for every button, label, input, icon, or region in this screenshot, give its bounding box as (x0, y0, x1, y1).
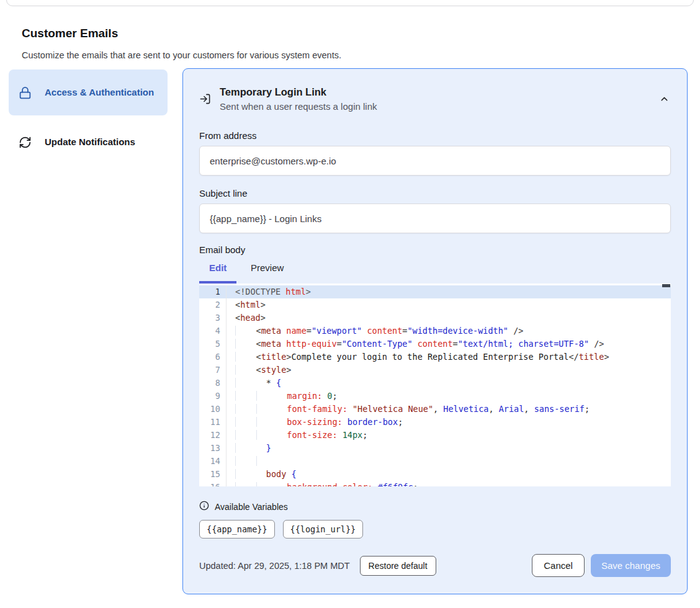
code-line-content: box-sizing: border-box; (227, 416, 403, 429)
tab-preview[interactable]: Preview (251, 262, 284, 273)
sidebar-item-label: Access & Authentication (45, 86, 154, 99)
code-token (277, 417, 287, 427)
line-number: 11 (199, 416, 227, 429)
code-token (256, 456, 277, 466)
code-token: margin: (287, 391, 322, 401)
variable-chip-login-url[interactable]: {{login_url}} (283, 520, 364, 539)
sidebar-item-update-notifications[interactable]: Update Notifications (9, 127, 168, 158)
line-number: 9 (199, 390, 227, 403)
variable-chips: {{app_name}} {{login_url}} (199, 520, 671, 539)
code-line: 13 } (199, 442, 671, 455)
code-token: html (240, 300, 261, 310)
code-line-content: font-size: 14px; (227, 429, 367, 442)
code-line: 5 <meta http-equiv="Content-Type" conten… (199, 338, 671, 351)
line-number: 6 (199, 351, 227, 364)
code-token: , (524, 404, 534, 414)
code-token: > (306, 287, 311, 297)
card-subtitle: Sent when a user requests a login link (220, 99, 377, 114)
code-token: 14px (343, 430, 363, 440)
from-address-label: From address (199, 130, 671, 141)
code-line-content: body { (227, 468, 297, 481)
code-token: , (488, 404, 498, 414)
code-token: < (256, 339, 261, 349)
code-token: #f6f9fc (378, 482, 413, 486)
code-token (235, 365, 256, 375)
code-token: <!DOCTYPE (235, 287, 285, 297)
code-token (235, 378, 256, 388)
code-token (256, 417, 277, 427)
code-line-content: <style> (227, 364, 291, 377)
line-number: 7 (199, 364, 227, 377)
code-line-content: <title>Complete your login to the Replic… (227, 351, 609, 364)
code-token (235, 417, 256, 427)
variable-chip-app-name[interactable]: {{app_name}} (199, 520, 275, 539)
save-changes-button[interactable]: Save changes (591, 554, 671, 577)
code-token: ; (413, 482, 418, 486)
code-token (235, 404, 256, 414)
code-token: < (235, 313, 240, 323)
email-types-sidebar: Access & Authentication Update Notificat… (9, 69, 168, 158)
code-token: "viewport" (312, 326, 362, 336)
collapse-button[interactable] (658, 92, 671, 107)
code-token: , (433, 404, 443, 414)
code-token: "width=device-width" (407, 326, 508, 336)
code-token: "Content-Type" (342, 339, 413, 349)
line-number: 10 (199, 403, 227, 416)
code-token (235, 391, 256, 401)
code-token (413, 339, 418, 349)
cancel-button[interactable]: Cancel (532, 554, 585, 577)
code-token (235, 326, 256, 336)
code-line: 4 <meta name="viewport" content="width=d… (199, 324, 671, 338)
code-line-content: <meta name="viewport" content="width=dev… (227, 324, 523, 338)
code-token: > (286, 365, 291, 375)
line-number: 3 (199, 311, 227, 324)
code-token: sans-serif (534, 404, 585, 414)
code-token (277, 430, 287, 440)
login-icon (199, 93, 211, 107)
code-token: > (604, 352, 609, 362)
line-number: 16 (199, 481, 227, 486)
code-line: 2<html> (199, 298, 671, 311)
code-token: font-family: (287, 404, 348, 414)
from-address-input[interactable] (199, 146, 671, 176)
subject-line-input[interactable] (199, 203, 671, 233)
code-token (277, 482, 287, 486)
code-token (235, 443, 256, 453)
code-line: 1<!DOCTYPE html> (199, 285, 671, 298)
tab-edit[interactable]: Edit (209, 262, 227, 273)
code-line-content: background-color: #f6f9fc; (227, 481, 418, 486)
code-token: body (266, 469, 287, 479)
card-footer: Updated: Apr 29, 2025, 1:18 PM MDT Resto… (199, 554, 671, 577)
code-token (235, 482, 256, 486)
code-token: html (285, 287, 306, 297)
code-token (256, 469, 266, 479)
editor-scrollbar-thumb[interactable] (662, 284, 670, 287)
code-token: "Helvetica Neue" (352, 404, 433, 414)
code-token: < (256, 365, 261, 375)
code-token: } (266, 443, 271, 453)
lock-icon (19, 86, 32, 99)
code-token: > (261, 300, 266, 310)
code-token: ; (398, 417, 403, 427)
code-editor[interactable]: 1<!DOCTYPE html>2<html>3<head>4 <meta na… (199, 284, 671, 486)
line-number: 12 (199, 429, 227, 442)
code-line-content: <html> (227, 298, 266, 311)
line-number: 5 (199, 338, 227, 351)
code-line: 15 body { (199, 468, 671, 481)
code-token (256, 443, 266, 453)
card-header: Temporary Login Link Sent when a user re… (199, 85, 671, 114)
code-token: font-size: (287, 430, 337, 440)
code-line-content: <head> (227, 311, 266, 324)
code-token (235, 352, 256, 362)
chevron-up-icon (659, 97, 670, 106)
code-line-content: * { (227, 377, 281, 390)
sidebar-item-access-authentication[interactable]: Access & Authentication (9, 69, 168, 115)
code-token: /> (508, 326, 523, 336)
code-line: 9 margin: 0; (199, 390, 671, 403)
updated-timestamp: Updated: Apr 29, 2025, 1:18 PM MDT (199, 561, 350, 571)
code-token (372, 482, 377, 486)
code-line: 3<head> (199, 311, 671, 324)
code-token: background-color: (287, 482, 372, 486)
restore-default-button[interactable]: Restore default (360, 556, 436, 576)
code-line: 6 <title>Complete your login to the Repl… (199, 351, 671, 364)
